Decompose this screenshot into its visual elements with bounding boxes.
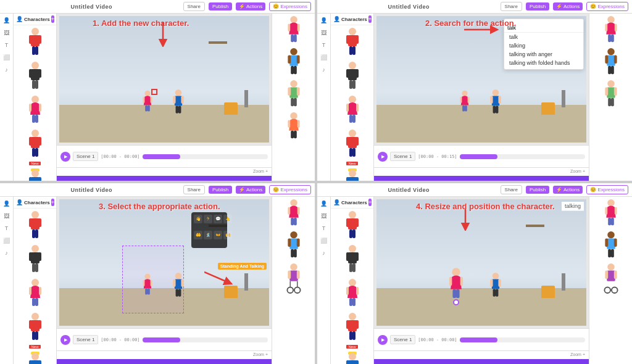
sidebar-icon-music[interactable]: ♪ xyxy=(2,65,11,74)
canvas-char-man-4[interactable] xyxy=(486,272,505,300)
sidebar-icon-person-3[interactable]: 👤 xyxy=(2,199,11,208)
sidebar-icon-person-4[interactable]: 👤 xyxy=(320,199,328,208)
sidebar-icon-person[interactable]: 👤 xyxy=(2,16,11,25)
right-char-1[interactable] xyxy=(275,15,312,46)
publish-btn-4[interactable]: Publish xyxy=(526,186,549,194)
canvas-char-woman-3[interactable] xyxy=(139,273,156,298)
char-item-2-5[interactable]: New xyxy=(334,167,371,181)
share-btn-4[interactable]: Share xyxy=(501,185,522,194)
sidebar-icon-image[interactable]: 🖼 xyxy=(2,28,11,37)
char-item-3-4[interactable]: New xyxy=(17,312,54,349)
canvas-viewport-3[interactable]: 👋 🏃 💬 👆 🤲 🕺 👐 🙌 Standing And Talking xyxy=(59,199,269,326)
action-btn-3-8[interactable]: 🙌 xyxy=(223,231,232,239)
char-item-3-2[interactable] xyxy=(17,244,54,276)
sidebar-icon-image-4[interactable]: 🖼 xyxy=(320,212,328,220)
char-item-2-3[interactable] xyxy=(334,95,371,127)
action-btn-3-6[interactable]: 🕺 xyxy=(204,231,212,239)
char-item-3-5[interactable]: New xyxy=(17,350,54,364)
char-item-4[interactable]: New xyxy=(17,129,54,165)
char-item-4-3[interactable] xyxy=(334,278,371,310)
char-item-4-5[interactable]: New xyxy=(334,350,371,364)
expressions-btn-1[interactable]: 😊 Expressions xyxy=(269,2,311,11)
sidebar-icon-image-2[interactable]: 🖼 xyxy=(320,28,328,37)
canvas-char-man[interactable] xyxy=(168,89,188,117)
char-item-2-2[interactable] xyxy=(334,61,371,93)
action-btn-3-4[interactable]: 👆 xyxy=(223,215,232,223)
dropdown-item-4[interactable]: talking with folded hands xyxy=(504,59,583,67)
add-char-btn-1[interactable]: + xyxy=(51,15,54,23)
actions-btn-3[interactable]: ⚡ Actions xyxy=(236,186,265,194)
action-btn-3-5[interactable]: 🤲 xyxy=(194,231,202,239)
sidebar-icon-shapes-4[interactable]: ⬜ xyxy=(320,236,328,245)
dropdown-item-2[interactable]: talking xyxy=(504,41,583,50)
right-char-3-bike[interactable] xyxy=(275,263,312,294)
sidebar-icon-image-3[interactable]: 🖼 xyxy=(2,212,11,220)
sidebar-icon-person-2[interactable]: 👤 xyxy=(320,16,328,25)
expressions-btn-3[interactable]: 😊 Expressions xyxy=(269,185,311,194)
right-char-4-bike[interactable] xyxy=(592,263,630,294)
char-item-2-4[interactable]: New xyxy=(334,129,371,165)
play-btn-2[interactable]: ▶ xyxy=(378,152,388,162)
expressions-btn-2[interactable]: 😊 Expressions xyxy=(586,2,628,11)
canvas-char-man-2[interactable] xyxy=(486,89,505,117)
canvas-char-woman-4[interactable] xyxy=(444,267,468,303)
action-btn-3-7[interactable]: 👐 xyxy=(214,231,222,239)
right-char-4[interactable] xyxy=(275,112,312,143)
actions-btn-1[interactable]: ⚡ Actions xyxy=(236,2,265,10)
sidebar-icon-music-4[interactable]: ♪ xyxy=(320,249,328,257)
char-item-2-1[interactable] xyxy=(334,27,371,59)
char-item-3[interactable] xyxy=(17,95,54,127)
char-item-3-3[interactable] xyxy=(17,278,54,310)
timeline-track-3[interactable] xyxy=(143,337,268,342)
right-char-2-2[interactable] xyxy=(592,48,630,78)
expressions-btn-4[interactable]: 😊 Expressions xyxy=(586,185,628,194)
char-item-4-1[interactable] xyxy=(334,210,371,242)
actions-btn-4[interactable]: ⚡ Actions xyxy=(553,186,583,194)
play-btn-3[interactable]: ▶ xyxy=(60,335,70,345)
right-char-2[interactable] xyxy=(275,48,312,78)
add-char-btn-2[interactable]: + xyxy=(368,15,372,23)
sidebar-icon-shapes[interactable]: ⬜ xyxy=(2,53,11,62)
timeline-track-2[interactable] xyxy=(460,154,585,159)
canvas-char-woman-2[interactable] xyxy=(456,90,473,115)
right-char-4-2[interactable] xyxy=(592,231,630,262)
actions-btn-2[interactable]: ⚡ Actions xyxy=(553,2,583,10)
add-char-btn-3[interactable]: + xyxy=(51,199,54,206)
sidebar-icon-shapes-2[interactable]: ⬜ xyxy=(320,53,328,62)
canvas-char-woman[interactable] xyxy=(139,90,156,115)
action-btn-3-3[interactable]: 💬 xyxy=(214,215,222,223)
play-btn-4[interactable]: ▶ xyxy=(378,335,388,345)
right-char-3-2[interactable] xyxy=(275,231,312,262)
sidebar-icon-text-4[interactable]: T xyxy=(320,224,328,233)
sidebar-icon-text-3[interactable]: T xyxy=(2,224,11,233)
publish-btn-2[interactable]: Publish xyxy=(526,2,549,10)
canvas-viewport-1[interactable] xyxy=(59,16,269,143)
search-input-2[interactable] xyxy=(504,23,583,33)
sidebar-icon-music-2[interactable]: ♪ xyxy=(320,65,328,74)
char-item-3-1[interactable] xyxy=(17,210,54,242)
canvas-viewport-4[interactable]: talking xyxy=(376,199,586,326)
sidebar-icon-text[interactable]: T xyxy=(2,41,11,49)
dropdown-item-1[interactable]: talk xyxy=(504,33,583,41)
resize-handle[interactable] xyxy=(453,299,459,305)
play-btn-1[interactable]: ▶ xyxy=(60,152,70,162)
char-item-4-4[interactable]: New xyxy=(334,312,371,349)
canvas-viewport-2[interactable]: 👋 🏃 💬 👆 🤲 🕺 👐 🙌 talk xyxy=(376,16,586,143)
sidebar-icon-shapes-3[interactable]: ⬜ xyxy=(2,236,11,245)
canvas-char-man-3[interactable] xyxy=(168,272,188,300)
timeline-track-1[interactable] xyxy=(143,154,268,159)
share-btn-2[interactable]: Share xyxy=(501,2,522,11)
right-char-2-1[interactable] xyxy=(592,15,630,46)
right-char-2-3[interactable] xyxy=(592,80,630,110)
char-item-2[interactable] xyxy=(17,61,54,93)
right-char-4-1[interactable] xyxy=(592,199,630,230)
action-btn-3-1[interactable]: 👋 xyxy=(194,215,202,223)
right-char-3-1[interactable] xyxy=(275,199,312,230)
char-item-1[interactable] xyxy=(17,27,54,59)
publish-btn-3[interactable]: Publish xyxy=(209,186,232,194)
dropdown-item-3[interactable]: talking with anger xyxy=(504,50,583,59)
add-char-btn-4[interactable]: + xyxy=(368,199,372,206)
share-btn-1[interactable]: Share xyxy=(183,2,205,11)
share-btn-3[interactable]: Share xyxy=(183,185,205,194)
timeline-track-4[interactable] xyxy=(460,337,585,342)
